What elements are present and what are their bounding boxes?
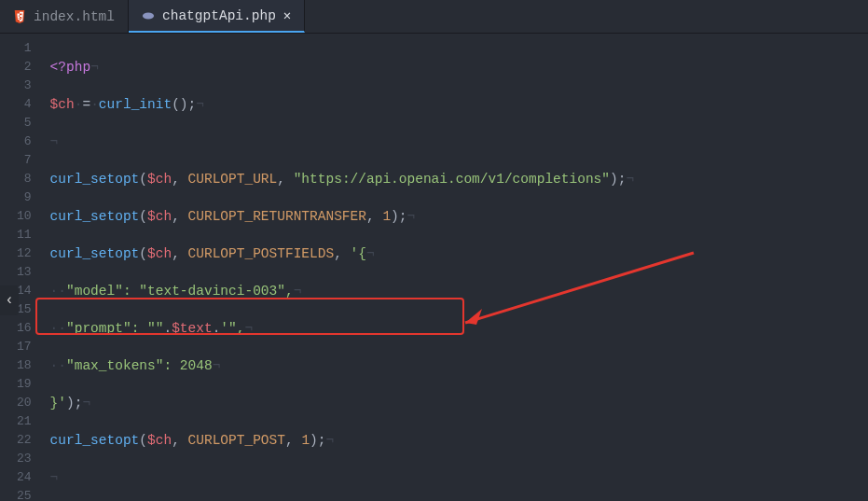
- line-number: 5: [17, 114, 32, 132]
- svg-point-0: [143, 12, 154, 19]
- line-number: 17: [17, 338, 32, 356]
- code-line: ··"max_tokens": 2048¬: [50, 356, 868, 375]
- line-number: 24: [17, 468, 32, 487]
- line-number: 14: [17, 282, 32, 300]
- close-icon[interactable]: ✕: [283, 7, 291, 23]
- line-number-gutter: 1 2 3 4 5 6 7 8 9 10 11 12 13 14 15 16 1…: [11, 34, 41, 501]
- code-line: curl_setopt($ch, CURLOPT_URL, "https://a…: [50, 170, 868, 188]
- code-line: ··"model": "text-davinci-003",¬: [50, 282, 868, 300]
- line-number: 15: [17, 300, 32, 319]
- code-line: curl_setopt($ch, CURLOPT_POST, 1);¬: [50, 431, 868, 450]
- code-line: ··"prompt": "".$text.'",¬: [50, 319, 868, 338]
- chevron-left-icon: ‹: [5, 292, 14, 309]
- code-editor[interactable]: ‹ 1 2 3 4 5 6 7 8 9 10 11 12 13 14 15 16…: [0, 34, 868, 501]
- line-number: 21: [17, 412, 32, 431]
- line-number: 12: [17, 244, 32, 263]
- line-number: 16: [17, 319, 32, 338]
- tab-label: index.html: [34, 9, 115, 24]
- code-line: ¬: [50, 132, 868, 151]
- line-number: 18: [17, 356, 32, 375]
- code-line: ¬: [50, 468, 868, 487]
- line-number: 4: [17, 95, 32, 114]
- tab-bar: index.html chatgptApi.php ✕: [0, 0, 868, 34]
- tab-label: chatgptApi.php: [162, 8, 276, 23]
- line-number: 3: [17, 77, 32, 95]
- code-line: curl_setopt($ch, CURLOPT_POSTFIELDS, '{¬: [50, 244, 868, 263]
- line-number: 8: [17, 170, 32, 188]
- tab-chatgptapi-php[interactable]: chatgptApi.php ✕: [129, 0, 305, 33]
- line-number: 23: [17, 450, 32, 468]
- line-number: 25: [17, 487, 32, 501]
- panel-toggle-handle[interactable]: ‹: [0, 285, 19, 315]
- code-line: curl_setopt($ch, CURLOPT_RETURNTRANSFER,…: [50, 207, 868, 226]
- line-number: 20: [17, 394, 32, 412]
- line-number: 9: [17, 188, 32, 207]
- html5-icon: [13, 10, 26, 23]
- line-number: 11: [17, 226, 32, 244]
- line-number: 19: [17, 375, 32, 394]
- code-line: $ch·=·curl_init();¬: [50, 95, 868, 114]
- line-number: 7: [17, 151, 32, 170]
- code-line: }');¬: [50, 394, 868, 412]
- code-line: <?php¬: [50, 58, 868, 77]
- line-number: 6: [17, 132, 32, 151]
- fold-strip: [0, 34, 11, 501]
- line-number: 2: [17, 58, 32, 77]
- line-number: 13: [17, 263, 32, 282]
- line-number: 10: [17, 207, 32, 226]
- code-area[interactable]: <?php¬ $ch·=·curl_init();¬ ¬ curl_setopt…: [41, 34, 868, 501]
- tab-index-html[interactable]: index.html: [0, 0, 129, 33]
- php-icon: [142, 9, 155, 22]
- line-number: 22: [17, 431, 32, 450]
- line-number: 1: [17, 39, 32, 58]
